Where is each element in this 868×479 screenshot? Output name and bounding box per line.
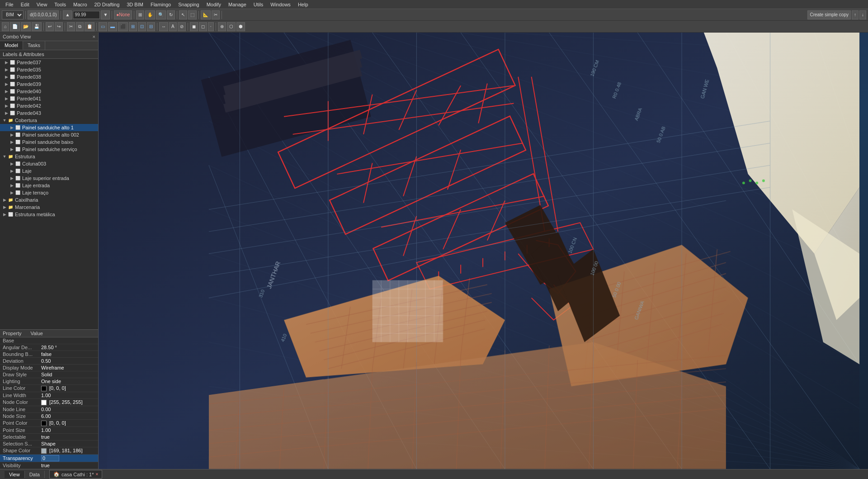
tab-model[interactable]: Model	[0, 41, 23, 50]
tb2-cut[interactable]: ✂	[67, 22, 75, 31]
menu-modify[interactable]: Modify	[203, 1, 225, 8]
tb2-perspective[interactable]: ⬢	[236, 22, 245, 31]
tree-item-laje[interactable]: ▶ ⬜ Laje	[0, 167, 98, 175]
prop-row-selectable[interactable]: Selectable true	[0, 434, 98, 441]
combo-view-close[interactable]: ×	[93, 34, 95, 39]
tb2-column[interactable]: ⬛	[118, 22, 128, 31]
tree-item-estrutura-metal[interactable]: ▶ ⬜ Estrutura metálica	[0, 211, 98, 218]
prop-row-transparency[interactable]: Transparency	[0, 455, 98, 462]
prop-row-display-mode[interactable]: Display Mode Wireframe	[0, 365, 98, 371]
prop-row-point-size[interactable]: Point Size 1.00	[0, 427, 98, 434]
prop-row-draw-style[interactable]: Draw Style Solid	[0, 371, 98, 378]
status-tab-view[interactable]: View	[5, 471, 25, 478]
prop-row-node-line[interactable]: Node Line 0.00	[0, 406, 98, 413]
tree-item-laje-terraco[interactable]: ▶ ⬜ Laje terraço	[0, 189, 98, 196]
tb2-isometric[interactable]: ⬡	[227, 22, 236, 31]
menu-help[interactable]: Help	[294, 1, 312, 8]
scale-btn[interactable]: ▲	[63, 10, 72, 19]
tb2-home[interactable]: ⌂	[2, 22, 9, 31]
tb-measure[interactable]: 📐	[201, 10, 211, 19]
tb2-slab[interactable]: ▬	[108, 22, 117, 31]
menu-utils[interactable]: Utils	[250, 1, 267, 8]
menu-windows[interactable]: Windows	[267, 1, 294, 8]
tb2-paste[interactable]: 📋	[85, 22, 94, 31]
tree-item-parede035[interactable]: ▶ ⬜ Parede035	[0, 66, 98, 73]
tb-arrow-up[interactable]: ↑	[852, 10, 859, 19]
menu-view[interactable]: View	[33, 1, 51, 8]
prop-row-node-size[interactable]: Node Size 6.00	[0, 413, 98, 420]
status-tab-data[interactable]: Data	[25, 471, 45, 478]
menu-manage[interactable]: Manage	[225, 1, 250, 8]
tab-tasks[interactable]: Tasks	[23, 41, 45, 50]
prop-row-angular[interactable]: Angular De... 28.50 °	[0, 344, 98, 351]
tb2-undo[interactable]: ↩	[46, 22, 54, 31]
tree-item-marcenaria[interactable]: ▶ 📁 Marcenaria	[0, 204, 98, 211]
tree-item-parede043[interactable]: ▶ ⬜ Parede043	[0, 109, 98, 117]
menu-macro[interactable]: Macro	[70, 1, 91, 8]
tb2-stairs[interactable]: ⊟	[147, 22, 155, 31]
viewport[interactable]: 190 CM R0 0.48 ABRA 50 0 AB GAN WE 100 C…	[99, 33, 868, 469]
tree-item-parede042[interactable]: ▶ ⬜ Parede042	[0, 102, 98, 109]
document-tab[interactable]: 🏠 casa Cathi : 1* ×	[49, 470, 102, 479]
create-copy-btn[interactable]: Create simple copy	[807, 10, 851, 19]
tb2-annotation[interactable]: A	[169, 22, 177, 31]
tb2-redo[interactable]: ↪	[55, 22, 63, 31]
tb2-dimension[interactable]: ↔	[159, 22, 168, 31]
tb2-copy[interactable]: ⧉	[76, 22, 84, 31]
workspace-dropdown[interactable]: BIM	[2, 10, 24, 19]
scale-input[interactable]	[73, 11, 100, 19]
tb2-save[interactable]: 💾	[32, 22, 42, 31]
tb2-wall[interactable]: ▭	[99, 22, 107, 31]
tree-item-painel002[interactable]: ▶ ⬜ Painel sanduiche alto 002	[0, 131, 98, 138]
prop-value[interactable]	[41, 455, 95, 461]
tb-grid[interactable]: ⊞	[136, 10, 144, 19]
tb2-open[interactable]: 📂	[21, 22, 31, 31]
tree-item-estrutura[interactable]: ▼ 📁 Estrutura	[0, 153, 98, 160]
tb2-toggle-points[interactable]: ·	[208, 22, 214, 31]
none-btn[interactable]: ● None	[114, 10, 132, 19]
tree-item-parede038[interactable]: ▶ ⬜ Parede038	[0, 73, 98, 81]
tb-select[interactable]: ↖	[179, 10, 187, 19]
transparency-input[interactable]	[41, 455, 59, 461]
tb-rotate[interactable]: ↻	[167, 10, 175, 19]
tree-item-laje-entrada[interactable]: ▶ ⬜ Laje entrada	[0, 182, 98, 189]
prop-row-deviation[interactable]: Deviation 0.50	[0, 358, 98, 365]
tree-item-painel-baixo[interactable]: ▶ ⬜ Painel sanduiche baixo	[0, 138, 98, 146]
tb-pan[interactable]: ✋	[145, 10, 155, 19]
tree-item-painel-servico[interactable]: ▶ ⬜ Painel sanduiche serviço	[0, 146, 98, 153]
tree-item-cobertura[interactable]: ▼ 📁 Cobertura	[0, 117, 98, 124]
tb-arrow-dn[interactable]: ↓	[859, 10, 866, 19]
menu-3dbim[interactable]: 3D BIM	[123, 1, 147, 8]
menu-2ddrafting[interactable]: 2D Drafting	[91, 1, 123, 8]
tree-item-parede039[interactable]: ▶ ⬜ Parede039	[0, 81, 98, 88]
tb2-window[interactable]: ⊞	[129, 22, 137, 31]
tree-item-painel1[interactable]: ▶ ⬜ Painel sanduiche alto 1	[0, 124, 98, 131]
tree-item-coluna003[interactable]: ▶ ⬜ Coluna003	[0, 160, 98, 167]
tb2-toggle-wire[interactable]: ◻	[199, 22, 207, 31]
menu-flamingo[interactable]: Flamingo	[147, 1, 175, 8]
prop-row-line-width[interactable]: Line Width 1.00	[0, 392, 98, 399]
tb-clip[interactable]: ✂	[212, 10, 220, 19]
prop-row-lighting[interactable]: Lighting One side	[0, 378, 98, 385]
prop-row-bounding[interactable]: Bounding B... false	[0, 351, 98, 358]
prop-row-node-color[interactable]: Node Color [255, 255, 255]	[0, 399, 98, 406]
prop-row-selection-s[interactable]: Selection S... Shape	[0, 441, 98, 447]
tree-item-parede041[interactable]: ▶ ⬜ Parede041	[0, 95, 98, 102]
prop-row-shape-color[interactable]: Shape Color [169, 181, 186]	[0, 447, 98, 455]
tree-item-laje-sup[interactable]: ▶ ⬜ Laje superior entrada	[0, 175, 98, 182]
menu-tools[interactable]: Tools	[51, 1, 70, 8]
tb2-ortho[interactable]: ⊕	[218, 22, 226, 31]
scale-btn2[interactable]: ▼	[101, 10, 110, 19]
tb2-new[interactable]: 📄	[10, 22, 20, 31]
tb2-door[interactable]: ⊡	[138, 22, 146, 31]
prop-row-visibility[interactable]: Visibility true	[0, 462, 98, 469]
menu-file[interactable]: File	[2, 1, 17, 8]
tree-item-parede037[interactable]: ▶ ⬜ Parede037	[0, 59, 98, 66]
doc-close-button[interactable]: ×	[95, 472, 98, 477]
tb-box-select[interactable]: ⬚	[188, 10, 197, 19]
prop-row-line-color[interactable]: Line Color [0, 0, 0]	[0, 385, 98, 392]
tb2-section[interactable]: ⊘	[178, 22, 186, 31]
tb-zoom[interactable]: 🔍	[156, 10, 166, 19]
menu-snapping[interactable]: Snapping	[175, 1, 203, 8]
tree-view[interactable]: ▶ ⬜ Parede037 ▶ ⬜ Parede035 ▶ ⬜ Parede03…	[0, 59, 98, 329]
